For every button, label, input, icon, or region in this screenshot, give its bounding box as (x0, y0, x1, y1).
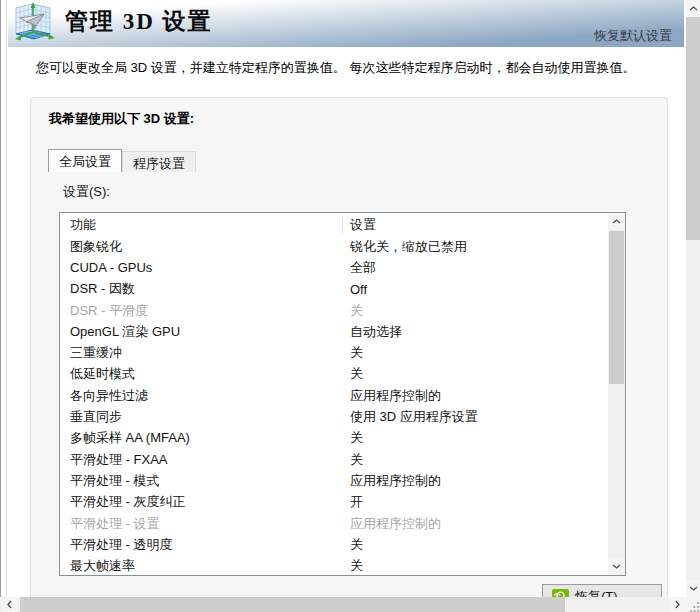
feature-cell: 低延时模式 (60, 365, 343, 383)
feature-cell: 三重缓冲 (60, 344, 343, 362)
table-row[interactable]: 低延时模式关 (60, 364, 608, 385)
tab-strip: 全局设置 程序设置 (48, 149, 196, 172)
table-row[interactable]: 最大帧速率关 (60, 555, 608, 574)
settings-rows: 图象锐化锐化关，缩放已禁用CUDA - GPUs全部DSR - 因数OffDSR… (60, 236, 608, 574)
setting-value-cell[interactable]: 关 (343, 344, 608, 362)
table-row[interactable]: 三重缓冲关 (60, 342, 608, 363)
setting-value-cell[interactable]: 自动选择 (343, 323, 608, 341)
restore-defaults-link[interactable]: 恢复默认设置 (594, 27, 672, 45)
chevron-left-icon[interactable] (1, 597, 18, 612)
feature-cell: DSR - 平滑度 (60, 302, 343, 320)
column-header-setting[interactable]: 设置 (343, 216, 625, 234)
column-header-feature[interactable]: 功能 (60, 216, 343, 233)
table-row[interactable]: 平滑处理 - 透明度关 (60, 534, 608, 555)
3d-settings-icon (10, 2, 60, 46)
setting-value-cell[interactable]: 关 (343, 429, 608, 447)
feature-cell: 各向异性过滤 (60, 387, 343, 405)
setting-value-cell[interactable]: 使用 3D 应用程序设置 (343, 408, 608, 426)
window-vertical-scrollbar[interactable] (686, 0, 700, 597)
setting-value-cell[interactable]: 全部 (343, 259, 608, 277)
table-row[interactable]: 平滑处理 - 设置应用程序控制的 (60, 513, 608, 534)
chevron-down-icon[interactable] (608, 558, 625, 575)
setting-value-cell[interactable]: 应用程序控制的 (343, 515, 608, 533)
table-row[interactable]: DSR - 平滑度关 (60, 300, 608, 321)
setting-value-cell[interactable]: 关 (343, 451, 608, 469)
table-row[interactable]: 垂直同步使用 3D 应用程序设置 (60, 406, 608, 427)
table-row[interactable]: 平滑处理 - 模式应用程序控制的 (60, 470, 608, 491)
table-row[interactable]: OpenGL 渲染 GPU自动选择 (60, 321, 608, 342)
feature-cell: DSR - 因数 (60, 280, 343, 298)
feature-cell: 图象锐化 (60, 238, 343, 256)
feature-cell: 平滑处理 - 灰度纠正 (60, 493, 343, 511)
window-horizontal-scrollbar[interactable] (0, 597, 686, 612)
feature-cell: CUDA - GPUs (60, 260, 343, 275)
nav-splitter-line (0, 0, 1, 597)
page-description: 您可以更改全局 3D 设置，并建立特定程序的置换值。 每次这些特定程序启动时，都… (36, 59, 666, 77)
settings-list-label: 设置(S): (63, 183, 110, 201)
feature-cell: 垂直同步 (60, 408, 343, 426)
setting-value-cell[interactable]: 关 (343, 557, 608, 574)
tab-program-settings[interactable]: 程序设置 (122, 151, 196, 172)
section-heading: 我希望使用以下 3D 设置: (49, 110, 194, 128)
feature-cell: 多帧采样 AA (MFAA) (60, 429, 343, 447)
chevron-right-icon[interactable] (669, 597, 686, 612)
feature-cell: 平滑处理 - 透明度 (60, 536, 343, 554)
table-row[interactable]: CUDA - GPUs全部 (60, 257, 608, 278)
vertical-scroll-thumb[interactable] (686, 17, 700, 240)
setting-value-cell[interactable]: 应用程序控制的 (343, 387, 608, 405)
listview-scroll-thumb[interactable] (609, 231, 624, 384)
table-row[interactable]: DSR - 因数Off (60, 279, 608, 300)
feature-cell: 最大帧速率 (60, 557, 343, 574)
settings-panel: 我希望使用以下 3D 设置: 全局设置 程序设置 设置(S): 功能 设置 图象… (30, 97, 668, 612)
setting-value-cell[interactable]: 关 (343, 365, 608, 383)
tab-global-settings[interactable]: 全局设置 (48, 149, 122, 172)
resize-grip-icon[interactable] (686, 597, 700, 612)
listview-header: 功能 设置 (60, 213, 625, 236)
table-row[interactable]: 平滑处理 - 灰度纠正开 (60, 492, 608, 513)
listview-scrollbar[interactable] (608, 213, 625, 575)
feature-cell: 平滑处理 - 模式 (60, 472, 343, 490)
table-row[interactable]: 平滑处理 - FXAA关 (60, 449, 608, 470)
feature-cell: OpenGL 渲染 GPU (60, 323, 343, 341)
setting-value-cell[interactable]: 关 (343, 302, 608, 320)
feature-cell: 平滑处理 - 设置 (60, 515, 343, 533)
setting-value-cell[interactable]: 开 (343, 493, 608, 511)
page-header: 管理 3D 设置 恢复默认设置 (8, 0, 684, 47)
nav-splitter-highlight (6, 0, 7, 597)
chevron-up-icon[interactable] (608, 213, 625, 230)
setting-value-cell[interactable]: Off (343, 282, 608, 297)
table-row[interactable]: 多帧采样 AA (MFAA)关 (60, 428, 608, 449)
table-row[interactable]: 图象锐化锐化关，缩放已禁用 (60, 236, 608, 257)
page-title: 管理 3D 设置 (65, 6, 213, 37)
horizontal-scroll-thumb[interactable] (20, 597, 565, 612)
chevron-up-icon[interactable] (686, 0, 700, 17)
feature-cell: 平滑处理 - FXAA (60, 451, 343, 469)
setting-value-cell[interactable]: 关 (343, 536, 608, 554)
settings-listview: 功能 设置 图象锐化锐化关，缩放已禁用CUDA - GPUs全部DSR - 因数… (59, 212, 626, 576)
setting-value-cell[interactable]: 锐化关，缩放已禁用 (343, 238, 608, 256)
table-row[interactable]: 各向异性过滤应用程序控制的 (60, 385, 608, 406)
setting-value-cell[interactable]: 应用程序控制的 (343, 472, 608, 490)
chevron-down-icon[interactable] (686, 580, 700, 597)
